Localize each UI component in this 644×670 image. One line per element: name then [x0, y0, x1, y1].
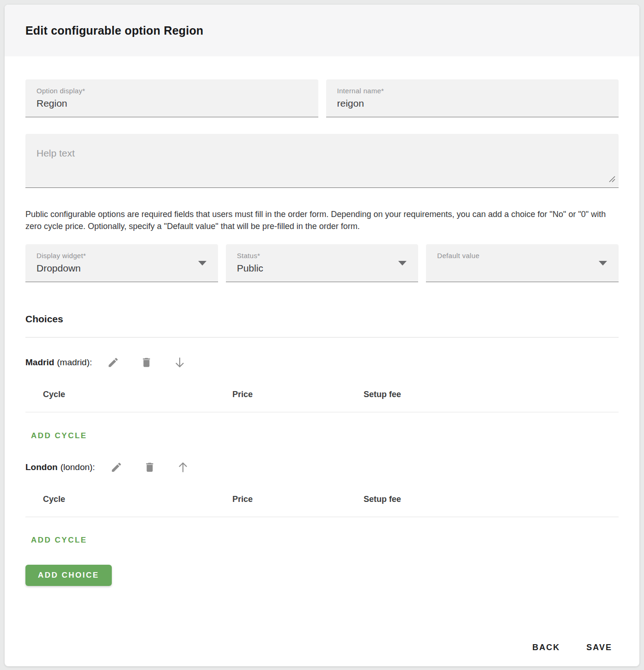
select-fields-row: Display widget* Dropdown Status* Public … [25, 244, 619, 282]
card-body: Option display* Internal name* Public [5, 56, 639, 586]
delete-choice-button[interactable] [143, 461, 156, 474]
cycle-table-header: Cycle Price Setup fee [25, 495, 619, 517]
choice-name: London [25, 462, 58, 472]
trash-icon [140, 356, 152, 368]
pencil-icon [107, 356, 119, 368]
pencil-icon [110, 461, 122, 473]
back-button[interactable]: BACK [531, 641, 561, 654]
option-display-label: Option display* [36, 87, 307, 95]
footer-actions: BACK SAVE [531, 641, 613, 654]
help-text-input[interactable] [25, 134, 619, 187]
internal-name-label: Internal name* [337, 87, 608, 95]
option-display-field[interactable]: Option display* [25, 79, 318, 117]
choice-actions [107, 356, 186, 369]
chevron-down-icon [599, 261, 607, 266]
column-header-price: Price [232, 495, 364, 504]
page-background: Edit configurable option Region Option d… [0, 0, 644, 670]
column-header-cycle: Cycle [43, 390, 232, 399]
internal-name-field[interactable]: Internal name* [326, 79, 619, 117]
choices-divider [25, 337, 619, 338]
delete-choice-button[interactable] [140, 356, 153, 369]
save-button[interactable]: SAVE [585, 641, 613, 654]
chevron-down-icon [198, 261, 207, 266]
choices-heading: Choices [25, 314, 619, 325]
move-choice-down-button[interactable] [173, 356, 186, 369]
choice-slug: (london): [61, 462, 95, 472]
default-value-select[interactable]: Default value [426, 244, 619, 282]
display-widget-label: Display widget* [36, 252, 207, 260]
choice-actions [110, 461, 189, 474]
status-label: Status* [237, 252, 407, 260]
page-title: Edit configurable option Region [25, 24, 203, 37]
column-header-cycle: Cycle [43, 495, 232, 504]
trash-icon [144, 461, 156, 473]
default-value-label: Default value [437, 252, 608, 260]
edit-choice-button[interactable] [107, 356, 120, 369]
display-widget-value: Dropdown [36, 263, 207, 274]
help-text-field[interactable] [25, 134, 619, 188]
choice-name: Madrid [25, 357, 54, 368]
move-choice-up-button[interactable] [176, 461, 189, 474]
column-header-setup-fee: Setup fee [364, 390, 619, 399]
column-header-price: Price [232, 390, 364, 399]
resize-handle-icon[interactable] [609, 176, 615, 184]
cycle-table-header: Cycle Price Setup fee [25, 390, 619, 412]
add-cycle-button[interactable]: ADD CYCLE [31, 431, 87, 441]
display-widget-select[interactable]: Display widget* Dropdown [25, 244, 218, 282]
choice-row-madrid: Madrid (madrid): [25, 356, 619, 369]
column-header-setup-fee: Setup fee [364, 495, 619, 504]
edit-choice-button[interactable] [110, 461, 123, 474]
info-text: Public configurable options are required… [25, 208, 619, 232]
internal-name-input[interactable] [337, 98, 608, 109]
status-select[interactable]: Status* Public [226, 244, 419, 282]
arrow-up-icon [176, 461, 189, 474]
option-display-input[interactable] [36, 98, 307, 109]
card-header: Edit configurable option Region [5, 5, 639, 56]
name-fields-row: Option display* Internal name* [25, 79, 619, 117]
choice-slug: (madrid): [57, 357, 92, 368]
status-value: Public [237, 263, 407, 274]
edit-option-card: Edit configurable option Region Option d… [5, 5, 639, 666]
chevron-down-icon [398, 261, 407, 266]
add-cycle-button[interactable]: ADD CYCLE [31, 536, 87, 545]
add-choice-button[interactable]: ADD CHOICE [25, 565, 112, 586]
arrow-down-icon [173, 356, 186, 369]
choice-row-london: London (london): [25, 461, 619, 474]
